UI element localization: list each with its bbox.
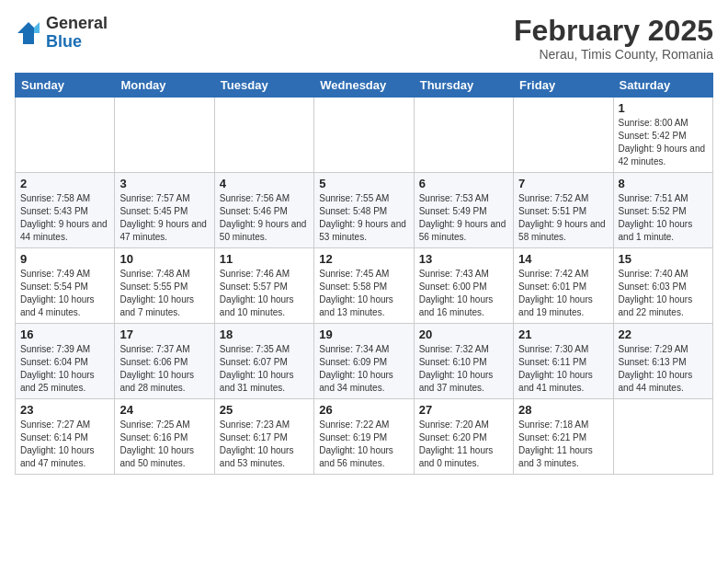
- day-number: 1: [619, 101, 708, 115]
- day-number: 20: [419, 327, 508, 341]
- day-info: Sunrise: 7:30 AM Sunset: 6:11 PM Dayligh…: [518, 343, 608, 395]
- weekday-wednesday: Wednesday: [314, 74, 414, 98]
- day-number: 8: [619, 177, 708, 190]
- day-info: Sunrise: 7:56 AM Sunset: 5:46 PM Dayligh…: [220, 192, 309, 244]
- calendar-cell: 25Sunrise: 7:23 AM Sunset: 6:17 PM Dayli…: [214, 399, 313, 475]
- calendar-cell: 6Sunrise: 7:53 AM Sunset: 5:49 PM Daylig…: [414, 173, 513, 248]
- week-row-4: 16Sunrise: 7:39 AM Sunset: 6:04 PM Dayli…: [16, 324, 713, 399]
- day-number: 10: [119, 252, 209, 266]
- calendar-cell: 17Sunrise: 7:37 AM Sunset: 6:06 PM Dayli…: [115, 324, 214, 399]
- calendar-table: SundayMondayTuesdayWednesdayThursdayFrid…: [15, 73, 713, 475]
- day-number: 12: [319, 252, 408, 266]
- day-number: 4: [220, 177, 309, 190]
- calendar-cell: 15Sunrise: 7:40 AM Sunset: 6:03 PM Dayli…: [613, 248, 712, 324]
- day-info: Sunrise: 7:48 AM Sunset: 5:55 PM Dayligh…: [119, 268, 209, 319]
- day-info: Sunrise: 7:37 AM Sunset: 6:06 PM Dayligh…: [119, 343, 209, 395]
- day-number: 2: [20, 177, 109, 190]
- calendar-cell: 16Sunrise: 7:39 AM Sunset: 6:04 PM Dayli…: [16, 324, 115, 399]
- calendar-cell: 3Sunrise: 7:57 AM Sunset: 5:45 PM Daylig…: [115, 173, 214, 248]
- weekday-tuesday: Tuesday: [214, 74, 313, 98]
- day-info: Sunrise: 8:00 AM Sunset: 5:42 PM Dayligh…: [619, 117, 708, 168]
- day-number: 22: [619, 327, 708, 341]
- day-info: Sunrise: 7:49 AM Sunset: 5:54 PM Dayligh…: [20, 268, 109, 319]
- calendar-cell: 7Sunrise: 7:52 AM Sunset: 5:51 PM Daylig…: [514, 173, 613, 248]
- day-number: 27: [419, 403, 508, 417]
- calendar-cell: 19Sunrise: 7:34 AM Sunset: 6:09 PM Dayli…: [314, 324, 414, 399]
- calendar-cell: 23Sunrise: 7:27 AM Sunset: 6:14 PM Dayli…: [16, 399, 115, 475]
- day-number: 5: [319, 177, 408, 190]
- day-number: 28: [518, 403, 608, 417]
- day-info: Sunrise: 7:23 AM Sunset: 6:17 PM Dayligh…: [220, 419, 309, 470]
- day-number: 15: [619, 252, 708, 266]
- calendar-cell: 20Sunrise: 7:32 AM Sunset: 6:10 PM Dayli…: [414, 324, 513, 399]
- day-info: Sunrise: 7:52 AM Sunset: 5:51 PM Dayligh…: [518, 192, 608, 244]
- day-info: Sunrise: 7:20 AM Sunset: 6:20 PM Dayligh…: [419, 419, 508, 470]
- day-info: Sunrise: 7:46 AM Sunset: 5:57 PM Dayligh…: [220, 268, 309, 319]
- day-number: 17: [119, 327, 209, 341]
- calendar-cell: 28Sunrise: 7:18 AM Sunset: 6:21 PM Dayli…: [514, 399, 613, 475]
- title-block: February 2025 Nerau, Timis County, Roman…: [514, 15, 713, 62]
- day-info: Sunrise: 7:39 AM Sunset: 6:04 PM Dayligh…: [20, 343, 109, 395]
- week-row-1: 1Sunrise: 8:00 AM Sunset: 5:42 PM Daylig…: [16, 98, 713, 173]
- calendar-cell: 27Sunrise: 7:20 AM Sunset: 6:20 PM Dayli…: [414, 399, 513, 475]
- calendar-cell: 11Sunrise: 7:46 AM Sunset: 5:57 PM Dayli…: [214, 248, 313, 324]
- day-info: Sunrise: 7:29 AM Sunset: 6:13 PM Dayligh…: [619, 343, 708, 395]
- day-info: Sunrise: 7:42 AM Sunset: 6:01 PM Dayligh…: [518, 268, 608, 319]
- calendar-cell: 13Sunrise: 7:43 AM Sunset: 6:00 PM Dayli…: [414, 248, 513, 324]
- calendar-cell: 5Sunrise: 7:55 AM Sunset: 5:48 PM Daylig…: [314, 173, 414, 248]
- weekday-thursday: Thursday: [414, 74, 513, 98]
- calendar-cell: 14Sunrise: 7:42 AM Sunset: 6:01 PM Dayli…: [514, 248, 613, 324]
- day-number: 18: [220, 327, 309, 341]
- day-info: Sunrise: 7:25 AM Sunset: 6:16 PM Dayligh…: [119, 419, 209, 470]
- calendar-cell: [214, 98, 313, 173]
- calendar-cell: 26Sunrise: 7:22 AM Sunset: 6:19 PM Dayli…: [314, 399, 414, 475]
- day-number: 7: [518, 177, 608, 190]
- weekday-sunday: Sunday: [16, 74, 115, 98]
- calendar-cell: 8Sunrise: 7:51 AM Sunset: 5:52 PM Daylig…: [613, 173, 712, 248]
- day-number: 14: [518, 252, 608, 266]
- day-number: 3: [119, 177, 209, 190]
- day-number: 13: [419, 252, 508, 266]
- calendar-cell: 24Sunrise: 7:25 AM Sunset: 6:16 PM Dayli…: [115, 399, 214, 475]
- day-info: Sunrise: 7:51 AM Sunset: 5:52 PM Dayligh…: [619, 192, 708, 244]
- calendar-cell: [16, 98, 115, 173]
- calendar-subtitle: Nerau, Timis County, Romania: [514, 47, 713, 62]
- day-number: 11: [220, 252, 309, 266]
- calendar-title: February 2025: [514, 15, 713, 47]
- calendar-cell: [414, 98, 513, 173]
- week-row-3: 9Sunrise: 7:49 AM Sunset: 5:54 PM Daylig…: [16, 248, 713, 324]
- day-info: Sunrise: 7:45 AM Sunset: 5:58 PM Dayligh…: [319, 268, 408, 319]
- day-info: Sunrise: 7:22 AM Sunset: 6:19 PM Dayligh…: [319, 419, 408, 470]
- day-info: Sunrise: 7:40 AM Sunset: 6:03 PM Dayligh…: [619, 268, 708, 319]
- day-info: Sunrise: 7:43 AM Sunset: 6:00 PM Dayligh…: [419, 268, 508, 319]
- calendar-cell: 21Sunrise: 7:30 AM Sunset: 6:11 PM Dayli…: [514, 324, 613, 399]
- day-number: 25: [220, 403, 309, 417]
- calendar-cell: 10Sunrise: 7:48 AM Sunset: 5:55 PM Dayli…: [115, 248, 214, 324]
- calendar-cell: [115, 98, 214, 173]
- calendar-cell: 12Sunrise: 7:45 AM Sunset: 5:58 PM Dayli…: [314, 248, 414, 324]
- weekday-header-row: SundayMondayTuesdayWednesdayThursdayFrid…: [16, 74, 713, 98]
- weekday-saturday: Saturday: [613, 74, 712, 98]
- calendar-cell: [613, 399, 712, 475]
- svg-marker-1: [34, 22, 40, 33]
- day-number: 9: [20, 252, 109, 266]
- calendar-cell: 4Sunrise: 7:56 AM Sunset: 5:46 PM Daylig…: [214, 173, 313, 248]
- day-number: 16: [20, 327, 109, 341]
- day-number: 21: [518, 327, 608, 341]
- page-header: General Blue February 2025 Nerau, Timis …: [15, 15, 713, 62]
- calendar-cell: 1Sunrise: 8:00 AM Sunset: 5:42 PM Daylig…: [613, 98, 712, 173]
- day-info: Sunrise: 7:55 AM Sunset: 5:48 PM Dayligh…: [319, 192, 408, 244]
- day-number: 26: [319, 403, 408, 417]
- day-info: Sunrise: 7:53 AM Sunset: 5:49 PM Dayligh…: [419, 192, 508, 244]
- logo-icon: [15, 19, 42, 47]
- day-number: 24: [119, 403, 209, 417]
- day-number: 19: [319, 327, 408, 341]
- day-info: Sunrise: 7:27 AM Sunset: 6:14 PM Dayligh…: [20, 419, 109, 470]
- day-info: Sunrise: 7:34 AM Sunset: 6:09 PM Dayligh…: [319, 343, 408, 395]
- week-row-5: 23Sunrise: 7:27 AM Sunset: 6:14 PM Dayli…: [16, 399, 713, 475]
- day-number: 6: [419, 177, 508, 190]
- weekday-friday: Friday: [514, 74, 613, 98]
- day-info: Sunrise: 7:35 AM Sunset: 6:07 PM Dayligh…: [220, 343, 309, 395]
- day-info: Sunrise: 7:57 AM Sunset: 5:45 PM Dayligh…: [119, 192, 209, 244]
- calendar-cell: [314, 98, 414, 173]
